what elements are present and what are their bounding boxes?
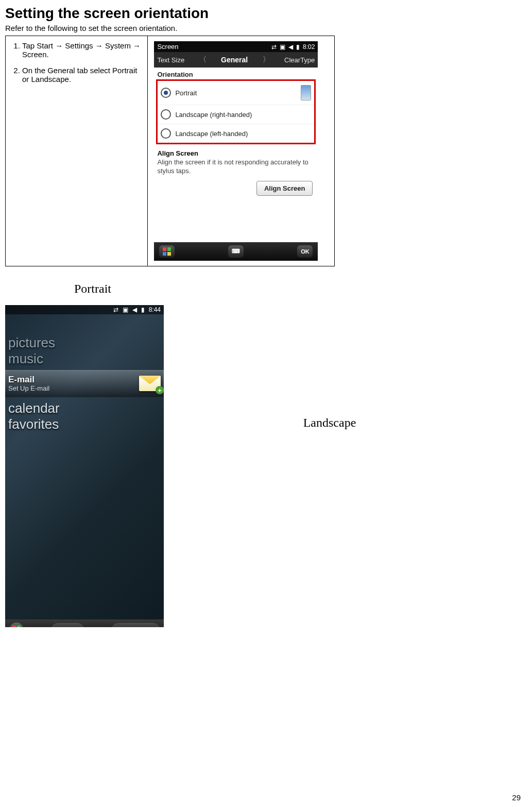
ok-button[interactable]: OK — [297, 245, 313, 258]
battery-icon: ▮ — [141, 306, 145, 313]
email-subtitle: Set Up E-mail — [8, 385, 49, 393]
chevron-left-icon[interactable]: 〈 — [196, 55, 210, 64]
volume-icon: ◀ — [132, 306, 137, 313]
radio-landscape-left[interactable]: Landscape (left-handed) — [158, 124, 314, 143]
mail-icon — [139, 376, 161, 391]
screen-title: Screen — [157, 43, 178, 51]
portrait-screenshot: ⇄ ▣ ◀ ▮ 8:44 pictures music E-mail Set U… — [5, 305, 164, 627]
radio-label: Landscape (right-handed) — [175, 111, 252, 119]
signal-icon: ▣ — [123, 306, 128, 313]
clock-text: 8:44 — [149, 306, 161, 313]
orientation-label: Orientation — [154, 68, 318, 79]
screenshot-cell: Screen ⇄ ▣ ◀ ▮ 8:02 Text Size 〈 General … — [148, 36, 335, 266]
landscape-label: Landscape — [247, 416, 412, 430]
home-item-favorites[interactable]: favorites — [5, 416, 164, 432]
step-1: Tap Start → Settings → System → Screen. — [22, 41, 141, 59]
start-button[interactable] — [9, 623, 24, 627]
align-screen-heading: Align Screen — [154, 144, 318, 157]
clock-text: 8:02 — [303, 43, 315, 51]
radio-portrait[interactable]: Portrait — [158, 81, 314, 105]
battery-icon: ▮ — [296, 43, 300, 51]
home-item-music[interactable]: music — [5, 351, 164, 367]
align-screen-text: Align the screen if it is not responding… — [154, 157, 318, 181]
home-item-calendar[interactable]: calendar — [5, 400, 164, 416]
section-heading: Setting the screen orientation — [5, 5, 511, 22]
tab-general[interactable]: General — [221, 56, 248, 64]
intro-text: Refer to the following to set the screen… — [5, 24, 511, 32]
radio-icon — [161, 128, 171, 139]
radio-icon — [161, 88, 171, 98]
radio-landscape-right[interactable]: Landscape (right-handed) — [158, 105, 314, 124]
step-2: On the General tab select Portrait or La… — [22, 66, 141, 83]
sync-icon: ⇄ — [271, 43, 277, 51]
status-bar: ⇄ ▣ ◀ ▮ 8:44 — [5, 305, 164, 314]
tab-cleartype[interactable]: ClearType — [284, 56, 315, 64]
home-item-email[interactable]: E-mail Set Up E-mail — [5, 370, 164, 397]
highlight-box: Portrait Landscape (right-handed) Landsc… — [156, 79, 316, 144]
volume-icon: ◀ — [288, 43, 293, 51]
status-icons: ⇄ ▣ ◀ ▮ 8:02 — [271, 43, 315, 51]
instruction-table: Tap Start → Settings → System → Screen. … — [5, 36, 335, 266]
tab-text-size[interactable]: Text Size — [157, 56, 184, 64]
messaging-button[interactable]: Messaging — [112, 623, 160, 627]
instruction-cell: Tap Start → Settings → System → Screen. … — [6, 36, 148, 266]
phone-preview-icon — [301, 85, 311, 100]
bottom-bar: ⌨ OK — [154, 242, 318, 261]
status-bar: Screen ⇄ ▣ ◀ ▮ 8:02 — [154, 41, 318, 52]
radio-label: Landscape (left-handed) — [175, 130, 248, 138]
orientation-examples: Portrait Landscape ⇄ ▣ ◀ ▮ 8:44 pictures… — [5, 282, 511, 617]
radio-icon — [161, 109, 171, 120]
settings-screenshot: Screen ⇄ ▣ ◀ ▮ 8:02 Text Size 〈 General … — [154, 41, 318, 261]
portrait-label: Portrait — [46, 282, 139, 296]
radio-label: Portrait — [175, 89, 197, 97]
bottom-bar: Clock Messaging — [5, 619, 164, 627]
sync-icon: ⇄ — [113, 306, 118, 313]
home-item-pictures[interactable]: pictures — [5, 335, 164, 351]
start-button[interactable] — [159, 245, 175, 258]
email-title: E-mail — [8, 375, 49, 385]
keyboard-button[interactable]: ⌨ — [228, 245, 244, 258]
align-screen-button[interactable]: Align Screen — [256, 181, 313, 196]
signal-icon: ▣ — [280, 43, 285, 51]
clock-button[interactable]: Clock — [52, 623, 84, 627]
tab-bar: Text Size 〈 General 〉 ClearType — [154, 52, 318, 68]
chevron-right-icon[interactable]: 〉 — [260, 55, 273, 64]
